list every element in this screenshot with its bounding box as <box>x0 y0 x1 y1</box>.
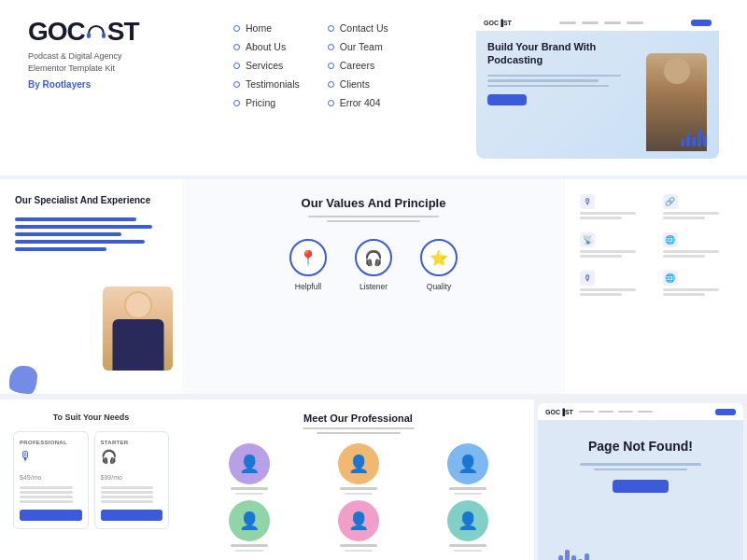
bottom-section: To Suit Your Needs Professional 🎙 $49/mo <box>0 399 747 560</box>
feature-line <box>20 491 73 494</box>
stat-icon-4: 🌐 <box>663 232 678 247</box>
stat-line <box>580 212 636 215</box>
specialist-photo <box>103 287 173 371</box>
stat-item-5: 🎙 <box>576 267 654 300</box>
stat-item-4: 🌐 <box>659 229 737 261</box>
nav-link <box>638 411 653 413</box>
specialist-line <box>15 247 106 251</box>
hero-bar <box>692 137 696 147</box>
pricing-btn-1[interactable] <box>20 510 82 521</box>
stat-icon-3: 📡 <box>580 232 595 247</box>
specialist-photo-head <box>124 291 152 319</box>
stat-lines <box>663 212 733 219</box>
avatar-bg: 👤 <box>229 500 270 541</box>
team-name-line <box>231 487 268 490</box>
stat-line <box>580 255 622 258</box>
pricing-badge-1: Professional <box>20 440 82 445</box>
panel-pricing: To Suit Your Needs Professional 🎙 $49/mo <box>0 399 182 560</box>
stat-icon-1: 🎙 <box>580 194 595 209</box>
stat-icon-2: 🔗 <box>663 194 678 209</box>
team-member-2: 👤 <box>306 443 410 495</box>
stat-line <box>663 217 705 219</box>
panel-specialist: Our Specialist And Experience <box>0 179 182 394</box>
nav-columns: Home About Us Services Testimonials <box>233 22 476 108</box>
stat-lines <box>580 212 650 219</box>
hero-mini-logo: GOC▐ST <box>484 20 512 26</box>
stat-line <box>580 217 622 219</box>
hero-cta-btn[interactable] <box>487 94 527 105</box>
team-role-line <box>454 493 482 495</box>
nav-item-contact[interactable]: Contact Us <box>328 22 388 34</box>
nav-dot <box>328 44 334 50</box>
nav-item-about[interactable]: About Us <box>233 41 300 52</box>
stat-icon-6: 🌐 <box>663 271 678 286</box>
nav-item-services[interactable]: Services <box>233 60 300 71</box>
nav-item-pricing[interactable]: Pricing <box>233 97 300 108</box>
panel-404-nav-btn <box>715 409 736 415</box>
value-label-helpful: Helpfull <box>295 282 321 291</box>
nav-dot <box>328 63 334 69</box>
stat-item-2: 🔗 <box>659 190 737 223</box>
feature-line <box>20 486 73 489</box>
team-avatar-6: 👤 <box>447 500 488 541</box>
feature-line <box>101 486 154 489</box>
brand-logo[interactable]: GOC ST <box>28 19 196 45</box>
value-label-listener: Listener <box>359 282 388 291</box>
panel-team: Meet Our Professional 👤 👤 <box>182 399 534 560</box>
brand-by[interactable]: By Rootlayers <box>28 79 196 90</box>
pricing-price-1: $49/mo <box>20 468 82 483</box>
pricing-card-starter: Starter 🎧 $99/mo <box>94 431 170 529</box>
stat-line <box>663 293 705 296</box>
team-avatar-2: 👤 <box>338 443 379 484</box>
team-member-5: 👤 <box>306 500 410 552</box>
team-role-line <box>345 550 373 552</box>
panel-404-wave <box>552 550 589 560</box>
team-avatar-1: 👤 <box>229 443 270 484</box>
wave-bar <box>558 555 563 560</box>
panel-404-homepage-btn[interactable] <box>613 480 669 493</box>
nav-item-team[interactable]: Our Team <box>328 41 388 52</box>
nav-item-home[interactable]: Home <box>233 22 300 34</box>
hero-text-area: Build Your Brand With Podcasting <box>487 40 636 151</box>
nav-item-clients[interactable]: Clients <box>328 78 388 90</box>
value-item-listener: 🎧 Listener <box>355 239 392 291</box>
logo-area: GOC ST Podcast & Digital Agency Elemento… <box>28 19 196 90</box>
pricing-badge-2: Starter <box>101 440 163 445</box>
avatar-bg: 👤 <box>338 443 379 484</box>
panel-404-nav-logo: GOC▐ST <box>545 409 573 415</box>
nav-area: Home About Us Services Testimonials <box>196 19 476 108</box>
nav-dot <box>328 81 334 88</box>
stat-item-1: 🎙 <box>576 190 654 223</box>
stat-line <box>663 255 705 258</box>
brand-tagline: Podcast & Digital Agency Elementor Templ… <box>28 50 196 74</box>
team-grid: 👤 👤 👤 <box>197 443 519 552</box>
nav-item-testimonials[interactable]: Testimonials <box>233 78 300 90</box>
desc-line <box>580 463 701 466</box>
stat-lines <box>663 288 733 296</box>
stat-lines <box>580 288 650 296</box>
stat-item-3: 📡 <box>576 229 654 261</box>
logo-text-part1: GOC <box>28 19 85 45</box>
hero-bar <box>681 139 684 147</box>
specialist-line <box>15 232 121 236</box>
team-name-line <box>449 487 486 490</box>
mini-nav-link <box>627 21 643 24</box>
hero-desc-line <box>487 75 621 77</box>
subtitle-line <box>327 220 420 222</box>
nav-item-careers[interactable]: Careers <box>328 60 388 71</box>
nav-item-error404[interactable]: Error 404 <box>328 97 388 108</box>
panel-values: Our Values And Principle 📍 Helpfull 🎧 Li… <box>182 179 565 394</box>
team-role-line <box>235 550 263 552</box>
hero-mini-nav-links <box>519 21 684 24</box>
feature-line <box>101 500 154 503</box>
pricing-title: To Suit Your Needs <box>13 413 169 422</box>
value-icon-circle: 📍 <box>289 239 327 276</box>
team-role-line <box>345 493 373 495</box>
pricing-btn-2[interactable] <box>101 510 163 521</box>
wave-bar <box>565 550 570 560</box>
stat-line <box>580 293 622 296</box>
team-role-line <box>235 493 263 495</box>
panel-404-nav: GOC▐ST <box>538 403 743 420</box>
team-subtitle-lines <box>197 427 519 434</box>
team-title: Meet Our Professional <box>197 413 519 424</box>
